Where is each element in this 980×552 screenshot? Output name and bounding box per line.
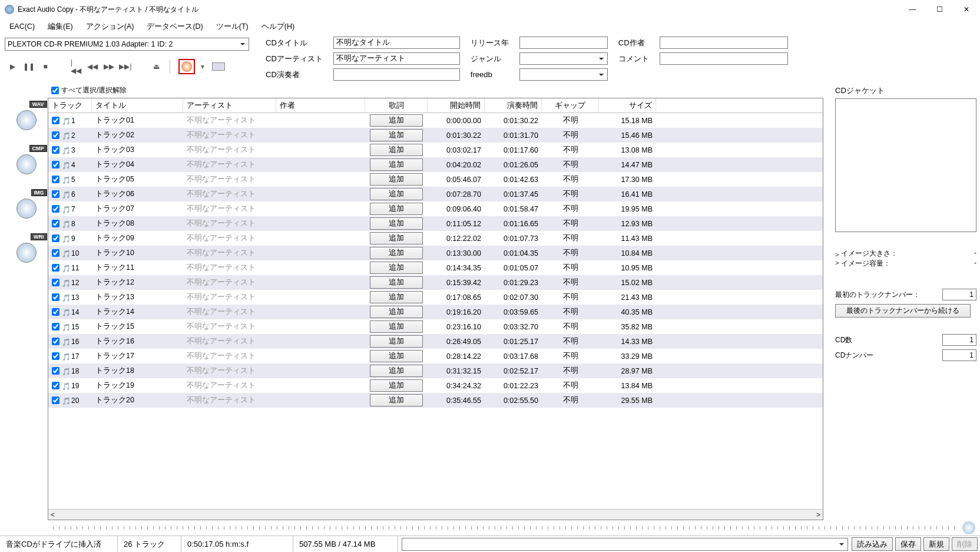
comment-input[interactable]: [660, 52, 788, 65]
save-button[interactable]: 保存: [895, 537, 921, 551]
pause-icon[interactable]: ❚❚: [24, 61, 34, 72]
track-checkbox[interactable]: [52, 382, 59, 389]
freedb-combo[interactable]: [519, 68, 608, 81]
load-button[interactable]: 読み込み: [852, 537, 893, 551]
table-row[interactable]: 🎵15トラック15不明なアーティスト追加0:23:16.100:03:32.70…: [48, 319, 823, 334]
continue-numbering-button[interactable]: 最後のトラックナンバーから続ける: [835, 304, 971, 318]
track-checkbox[interactable]: [52, 323, 59, 330]
track-checkbox[interactable]: [52, 234, 59, 242]
stop-icon[interactable]: ■: [40, 61, 51, 72]
track-checkbox[interactable]: [52, 161, 59, 168]
table-row[interactable]: 🎵18トラック18不明なアーティスト追加0:31:32.150:02:52.17…: [48, 363, 823, 378]
next-track-icon[interactable]: ▶▶|: [120, 61, 131, 72]
header-play[interactable]: 演奏時間: [485, 98, 542, 113]
table-row[interactable]: 🎵12トラック12不明なアーティスト追加0:15:39.420:01:29.23…: [48, 275, 823, 290]
add-lyric-button[interactable]: 追加: [370, 320, 423, 333]
menu-tools[interactable]: ツール(T): [210, 20, 254, 34]
add-lyric-button[interactable]: 追加: [370, 379, 423, 392]
table-row[interactable]: 🎵11トラック11不明なアーティスト追加0:14:34.350:01:05.07…: [48, 260, 823, 275]
cdperformer-input[interactable]: [333, 68, 460, 81]
close-button[interactable]: ✕: [953, 1, 980, 18]
add-lyric-button[interactable]: 追加: [370, 365, 423, 377]
add-lyric-button[interactable]: 追加: [370, 203, 423, 215]
table-row[interactable]: 🎵16トラック16不明なアーティスト追加0:26:49.050:01:25.17…: [48, 334, 823, 349]
eject-icon[interactable]: ⏏: [151, 61, 161, 72]
add-lyric-button[interactable]: 追加: [370, 276, 423, 289]
table-row[interactable]: 🎵1トラック01不明なアーティスト追加0:00:00.000:01:30.22不…: [48, 113, 823, 128]
add-lyric-button[interactable]: 追加: [370, 114, 423, 127]
track-checkbox[interactable]: [52, 220, 59, 227]
add-lyric-button[interactable]: 追加: [370, 262, 423, 274]
table-row[interactable]: 🎵13トラック13不明なアーティスト追加0:17:08.650:02:07.30…: [48, 290, 823, 305]
delete-button[interactable]: 削除: [952, 537, 978, 551]
menu-database[interactable]: データベース(D): [141, 20, 208, 34]
track-checkbox[interactable]: [52, 190, 59, 198]
track-checkbox[interactable]: [52, 205, 59, 213]
track-checkbox[interactable]: [52, 249, 59, 257]
table-row[interactable]: 🎵7トラック07不明なアーティスト追加0:09:06.400:01:58.47不…: [48, 201, 823, 216]
table-row[interactable]: 🎵17トラック17不明なアーティスト追加0:28:14.220:03:17.68…: [48, 349, 823, 363]
freedb-icon[interactable]: [210, 59, 227, 74]
add-lyric-button[interactable]: 追加: [370, 144, 423, 156]
add-lyric-button[interactable]: 追加: [370, 335, 423, 348]
copy-compressed-button[interactable]: CMP: [8, 148, 44, 175]
add-lyric-button[interactable]: 追加: [370, 173, 423, 186]
cdartist-input[interactable]: [333, 52, 460, 65]
add-lyric-button[interactable]: 追加: [370, 247, 423, 259]
header-start[interactable]: 開始時間: [428, 98, 485, 113]
track-checkbox[interactable]: [52, 396, 59, 404]
track-checkbox[interactable]: [52, 367, 59, 375]
maximize-button[interactable]: ☐: [926, 1, 953, 18]
drive-select[interactable]: PLEXTOR CD-R PREMIUM2 1.03 Adapter: 1 ID…: [5, 38, 249, 51]
header-composer[interactable]: 作者: [276, 98, 365, 113]
table-row[interactable]: 🎵14トラック14不明なアーティスト追加0:19:16.200:03:59.65…: [48, 305, 823, 319]
add-lyric-button[interactable]: 追加: [370, 129, 423, 141]
table-row[interactable]: 🎵9トラック09不明なアーティスト追加0:12:22.020:01:07.73不…: [48, 231, 823, 246]
add-lyric-button[interactable]: 追加: [370, 394, 423, 406]
copy-image-button[interactable]: IMG: [8, 193, 44, 219]
cdtitle-input[interactable]: [333, 37, 460, 49]
header-gap[interactable]: ギャップ: [542, 98, 599, 113]
track-checkbox[interactable]: [52, 338, 59, 345]
header-lyric[interactable]: 歌詞: [365, 98, 428, 113]
table-row[interactable]: 🎵4トラック04不明なアーティスト追加0:04:20.020:01:26.05不…: [48, 157, 823, 172]
table-row[interactable]: 🎵2トラック02不明なアーティスト追加0:01:30.220:01:31.70不…: [48, 128, 823, 143]
menu-help[interactable]: ヘルプ(H): [256, 20, 300, 34]
db-fetch-icon[interactable]: [178, 59, 195, 74]
table-row[interactable]: 🎵6トラック06不明なアーティスト追加0:07:28.700:01:37.45不…: [48, 187, 823, 201]
add-lyric-button[interactable]: 追加: [370, 232, 423, 244]
track-checkbox[interactable]: [52, 279, 59, 286]
header-title[interactable]: タイトル: [92, 98, 183, 113]
write-button[interactable]: WRI: [8, 237, 44, 263]
table-row[interactable]: 🎵19トラック19不明なアーティスト追加0:34:24.320:01:22.23…: [48, 378, 823, 393]
cd-count-input[interactable]: [942, 334, 976, 346]
rewind-icon[interactable]: ◀◀: [87, 61, 98, 72]
table-row[interactable]: 🎵3トラック03不明なアーティスト追加0:03:02.170:01:17.60不…: [48, 143, 823, 157]
cd-number-input[interactable]: [942, 349, 976, 361]
forward-icon[interactable]: ▶▶: [104, 61, 114, 72]
minimize-button[interactable]: —: [899, 1, 926, 18]
table-row[interactable]: 🎵8トラック08不明なアーティスト追加0:11:05.120:01:16.65不…: [48, 216, 823, 231]
track-checkbox[interactable]: [52, 131, 59, 139]
add-lyric-button[interactable]: 追加: [370, 350, 423, 362]
table-row[interactable]: 🎵10トラック10不明なアーティスト追加0:13:30.000:01:04.35…: [48, 246, 823, 260]
add-lyric-button[interactable]: 追加: [370, 306, 423, 318]
track-checkbox[interactable]: [52, 117, 59, 124]
year-input[interactable]: [519, 37, 608, 49]
cdjacket-box[interactable]: [835, 98, 976, 232]
menu-action[interactable]: アクション(A): [80, 20, 140, 34]
track-checkbox[interactable]: [52, 293, 59, 301]
menu-edit[interactable]: 編集(E): [42, 20, 79, 34]
new-button[interactable]: 新規: [923, 537, 949, 551]
add-lyric-button[interactable]: 追加: [370, 217, 423, 230]
table-row[interactable]: 🎵20トラック20不明なアーティスト追加0:35:46.550:02:55.50…: [48, 393, 823, 408]
table-row[interactable]: 🎵5トラック05不明なアーティスト追加0:05:46.070:01:42.63不…: [48, 172, 823, 187]
first-track-input[interactable]: [942, 289, 976, 300]
genre-combo[interactable]: [519, 52, 608, 65]
cdcomposer-input[interactable]: [660, 37, 788, 49]
track-checkbox[interactable]: [52, 264, 59, 272]
track-checkbox[interactable]: [52, 176, 59, 183]
status-combo[interactable]: [402, 538, 848, 551]
copy-wav-button[interactable]: WAV: [8, 104, 44, 131]
horizontal-scrollbar[interactable]: <>: [48, 509, 823, 520]
